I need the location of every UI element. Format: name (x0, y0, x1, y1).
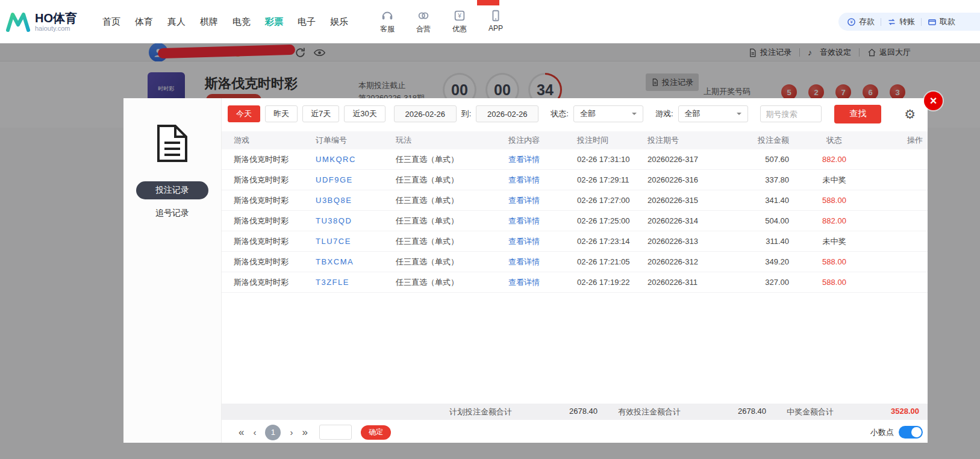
col-amount: 投注金额 (750, 135, 789, 146)
nav-item[interactable]: 彩票 (265, 0, 283, 43)
game-label: 游戏: (655, 108, 673, 119)
date-from-input[interactable] (394, 105, 457, 122)
status-select[interactable]: 全部 (573, 105, 643, 122)
cell-bet-content-link[interactable]: 查看详情 (508, 175, 577, 186)
quick-range-button[interactable]: 近30天 (344, 105, 385, 122)
records-sidebar: 投注记录 追号记录 (123, 98, 222, 443)
cell-status: 未中奖 (789, 175, 879, 186)
records-table-header: 游戏 订单编号 玩法 投注内容 投注时间 投注期号 投注金额 状态 操作 (222, 131, 928, 149)
cell-bet-content-link[interactable]: 查看详情 (508, 154, 577, 165)
current-page-button[interactable]: 1 (265, 425, 281, 440)
nav-item[interactable]: 棋牌 (200, 0, 218, 43)
pagination-bar: « ‹ 1 › » 确定 小数点 (222, 422, 928, 443)
cell-bet-content-link[interactable]: 查看详情 (508, 216, 577, 226)
deposit-icon: ¥ (847, 17, 856, 27)
summary-value: 2678.40 (569, 407, 598, 417)
quick-link-promo[interactable]: ¥ 优惠 (446, 9, 473, 34)
cell-order-number[interactable]: TBXCMA (316, 257, 396, 266)
page-confirm-button[interactable]: 确定 (361, 425, 391, 440)
page-number-input[interactable] (319, 425, 352, 440)
cell-bet-content-link[interactable]: 查看详情 (508, 195, 577, 206)
table-row: 斯洛伐克时时彩 TU38QD 任三直选（单式） 查看详情 02-26 17:25… (222, 211, 928, 231)
summary-value: 2678.40 (738, 407, 766, 417)
last-page-button[interactable]: » (302, 427, 307, 437)
col-actions: 操作 (879, 135, 923, 146)
decimal-toggle[interactable] (899, 426, 923, 439)
cell-status: 588.00 (789, 257, 879, 266)
cell-bet-content-link[interactable]: 查看详情 (508, 236, 577, 247)
site-logo[interactable]: HO体育 haiouty.com (6, 11, 95, 32)
cell-game: 斯洛伐克时时彩 (234, 175, 316, 186)
first-page-button[interactable]: « (239, 427, 244, 437)
cell-order-number[interactable]: TU38QD (316, 216, 396, 225)
cell-game: 斯洛伐克时时彩 (234, 257, 316, 267)
quick-link-app[interactable]: APP (482, 9, 510, 34)
col-bet-time: 投注时间 (577, 135, 648, 146)
quick-range-button[interactable]: 昨天 (265, 105, 298, 122)
transfer-button[interactable]: 转账 (887, 16, 915, 27)
gear-icon[interactable]: ⚙ (904, 108, 916, 120)
status-select-value: 全部 (580, 108, 596, 119)
summary-label: 计划投注金额合计 (449, 407, 512, 417)
cell-bet-content-link[interactable]: 查看详情 (508, 277, 577, 288)
cell-order-number[interactable]: U3BQ8E (316, 196, 396, 205)
close-modal-button[interactable]: × (924, 92, 943, 110)
prev-page-button[interactable]: ‹ (253, 428, 256, 437)
cell-bet-time: 02-26 17:27:00 (577, 196, 648, 205)
sidebar-item-chase-records[interactable]: 追号记录 (123, 208, 221, 219)
quick-link-label: 优惠 (452, 24, 467, 34)
nav-item[interactable]: 体育 (135, 0, 153, 43)
table-row: 斯洛伐克时时彩 UMKQRC 任三直选（单式） 查看详情 02-26 17:31… (222, 149, 928, 170)
cell-order-number[interactable]: UDF9GE (316, 175, 396, 184)
cell-order-number[interactable]: T3ZFLE (316, 278, 396, 287)
quick-link-partner[interactable]: 合营 (410, 9, 437, 34)
cell-bet-time: 02-26 17:23:14 (577, 237, 648, 246)
nav-item[interactable]: 娱乐 (330, 0, 348, 43)
cell-period: 20260226-312 (648, 257, 750, 266)
game-select[interactable]: 全部 (678, 105, 748, 122)
date-to-input[interactable] (476, 105, 538, 122)
to-label: 到: (461, 108, 472, 119)
cell-bet-content-link[interactable]: 查看详情 (508, 257, 577, 267)
chevron-down-icon (737, 113, 741, 117)
col-game: 游戏 (234, 135, 316, 146)
transfer-icon (887, 17, 896, 27)
svg-text:¥: ¥ (850, 19, 853, 25)
deposit-button[interactable]: ¥ 存款 (847, 16, 875, 27)
records-document-icon (156, 125, 189, 162)
quick-range-button[interactable]: 近7天 (302, 105, 339, 122)
cell-bet-time: 02-26 17:21:05 (577, 257, 648, 266)
summary-item: 中奖金额合计 3528.00 (787, 407, 919, 417)
next-page-button[interactable]: › (290, 428, 293, 437)
deposit-label: 存款 (859, 16, 875, 27)
cell-game: 斯洛伐克时时彩 (234, 236, 316, 247)
cell-status: 882.00 (789, 216, 879, 225)
nav-item[interactable]: 电子 (298, 0, 316, 43)
col-period: 投注期号 (648, 135, 750, 146)
partner-icon (417, 9, 430, 22)
promo-icon: ¥ (453, 9, 466, 22)
table-row: 斯洛伐克时时彩 UDF9GE 任三直选（单式） 查看详情 02-26 17:29… (222, 170, 928, 190)
nav-item[interactable]: 首页 (102, 0, 120, 43)
quick-range-button[interactable]: 今天 (228, 105, 260, 122)
chevron-down-icon (632, 113, 637, 117)
sidebar-item-bet-records[interactable]: 投注记录 (136, 181, 208, 199)
main-nav: 首页 体育 真人 棋牌 电竞 彩票 电子 娱乐 (102, 0, 348, 43)
nav-item[interactable]: 真人 (167, 0, 186, 43)
cell-period: 20260226-314 (648, 216, 750, 225)
svg-text:¥: ¥ (457, 13, 461, 19)
period-search-input[interactable] (760, 105, 822, 122)
col-status: 状态 (789, 135, 879, 146)
cell-amount: 327.00 (750, 278, 789, 287)
cell-bet-time: 02-26 17:25:00 (577, 216, 648, 225)
table-row: 斯洛伐克时时彩 T3ZFLE 任三直选（单式） 查看详情 02-26 17:19… (222, 272, 928, 293)
cell-period: 20260226-317 (648, 155, 750, 164)
nav-item[interactable]: 电竞 (233, 0, 251, 43)
cell-period: 20260226-313 (648, 237, 750, 246)
search-button[interactable]: 查找 (834, 105, 881, 123)
quick-link-service[interactable]: 客服 (373, 9, 401, 34)
withdraw-button[interactable]: 取款 (928, 16, 955, 27)
cell-order-number[interactable]: UMKQRC (316, 155, 396, 164)
cell-order-number[interactable]: TLU7CE (316, 237, 396, 246)
cell-game: 斯洛伐克时时彩 (234, 195, 316, 206)
